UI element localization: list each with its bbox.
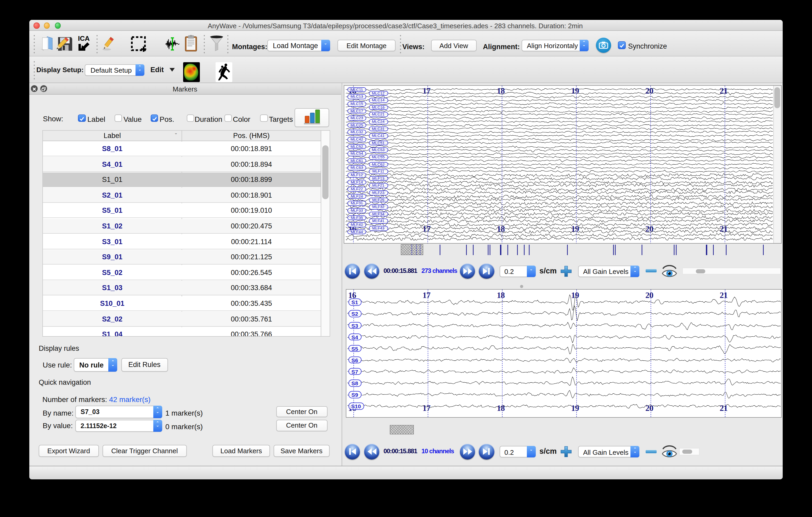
svg-text:ICA: ICA — [78, 34, 90, 42]
